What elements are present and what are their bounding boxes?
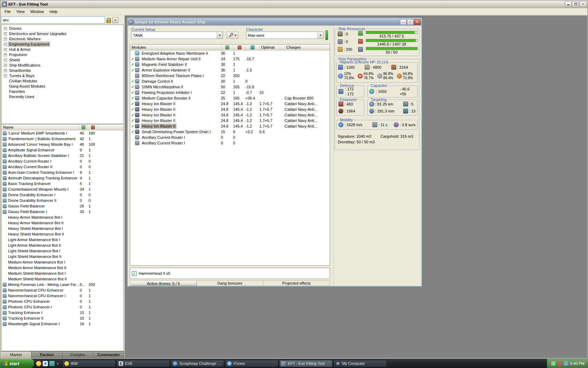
list-item[interactable]: Ancillary Current Router I 0 0	[2, 158, 123, 164]
sidebar-tab[interactable]: Commander	[93, 352, 124, 358]
expand-icon[interactable]	[4, 48, 7, 51]
taskbar-button[interactable]: Scrapheap Challenge ...	[171, 360, 224, 367]
tree-item[interactable]: Gang Assist Modules	[3, 84, 123, 89]
tray-icon[interactable]	[551, 361, 555, 366]
setup-combo-arrow[interactable]	[217, 32, 223, 39]
item-list-header[interactable]: Name	[2, 124, 123, 130]
character-combo-arrow[interactable]	[317, 32, 323, 39]
list-item[interactable]: Light Armor Maintenance Bot I	[2, 237, 123, 243]
media-quicklaunch-icon[interactable]	[49, 361, 55, 366]
list-item[interactable]: Light Shield Maintenance Bot II	[2, 254, 123, 259]
list-item[interactable]: Amplitude Signal Enhancer 9 1	[2, 147, 123, 153]
setup-minimize-button[interactable]: –	[400, 19, 406, 25]
list-item[interactable]: Tracking Enhancer I 10 1	[2, 310, 123, 315]
tree-item[interactable]: Electronics and Sensor Upgrades	[3, 31, 123, 36]
setup-maximize-button[interactable]: □	[407, 19, 413, 25]
sidebar-tab[interactable]: Faction	[31, 352, 62, 358]
quicklaunch-overflow-icon[interactable]: »	[56, 361, 59, 366]
setup-titlebar[interactable]: Setups for Deimos Heavy Assault Ship – □…	[128, 18, 421, 26]
expand-icon[interactable]	[4, 53, 7, 56]
minimize-button[interactable]	[565, 1, 572, 7]
setup-close-button[interactable]: ×	[414, 19, 420, 25]
menu-item[interactable]: Help	[47, 9, 61, 14]
expand-icon[interactable]	[4, 74, 7, 77]
drone-checkbox[interactable]	[132, 271, 136, 276]
list-item[interactable]: Heavy Shield Maintenance Bot II	[2, 231, 123, 237]
active-drones-button[interactable]: Active drones: 5 / 5	[130, 281, 197, 286]
module-row[interactable]: Ancillary Current Router I 0 0	[130, 135, 330, 140]
list-item[interactable]: 'Lance' Medium EMP Smartbomb I 40 180	[2, 130, 123, 136]
list-item[interactable]: Medium Shield Maintenance Bot II	[2, 276, 123, 282]
list-item[interactable]: Counterbalanced Weapon Mounts I 34 1	[2, 186, 123, 192]
taskbar-button[interactable]: EFT - Eve Fitting Tool	[279, 360, 332, 367]
module-row[interactable]: Damage Control II 30 1 0	[130, 79, 330, 84]
expand-icon[interactable]	[4, 43, 7, 46]
projected-effects-tab[interactable]: Projected effects	[263, 281, 330, 286]
tree-item[interactable]: Electronic Warfare	[3, 36, 123, 42]
tray-icon[interactable]	[564, 361, 568, 366]
tray-icon[interactable]	[558, 361, 562, 366]
setup-combo[interactable]: TANK	[131, 32, 223, 39]
tree-item[interactable]: Propulsion	[3, 52, 123, 57]
internet-explorer-icon[interactable]	[43, 361, 48, 366]
module-row[interactable]: Heavy Ion Blaster II 24.8 145.4 -1.2 1.7…	[130, 107, 330, 112]
taskbar-button[interactable]: EVE	[117, 360, 170, 367]
list-item[interactable]: Gauss Field Balancer I 33 1	[2, 209, 123, 214]
list-item[interactable]: Mining Foreman Link - Mining Laser Field…	[2, 282, 123, 287]
module-row[interactable]: Heavy Ion Blaster II 24.8 145.4 -1.2 1.7…	[130, 112, 330, 118]
list-item[interactable]: Heavy Armor Maintenance Bot I	[2, 214, 123, 220]
taskbar-button[interactable]: AIM	[62, 360, 115, 367]
list-item[interactable]: Ancillary Current Router II 0 0	[2, 164, 123, 170]
taskbar-button[interactable]: iTunes	[225, 360, 278, 367]
setup-tools-button[interactable]	[226, 32, 238, 39]
list-item[interactable]: Azimuth Descaloping Tracking Enhancer 4 …	[2, 175, 123, 181]
aim-quicklaunch-icon[interactable]	[36, 361, 41, 366]
start-button[interactable]: start	[0, 359, 34, 368]
list-item[interactable]: Light Armor Maintenance Bot II	[2, 243, 123, 248]
gang-bonuses-tab[interactable]: Gang bonuses	[197, 281, 263, 286]
list-item[interactable]: Heavy Armor Maintenance Bot II	[2, 220, 123, 226]
modules-header[interactable]: Modules Optimal Charges	[130, 45, 330, 50]
menu-item[interactable]: File	[2, 9, 14, 14]
tree-item[interactable]: Hull & Armor	[3, 47, 123, 52]
lock-icon[interactable]	[106, 18, 111, 22]
list-item[interactable]: Heavy Shield Maintenance Bot I	[2, 226, 123, 231]
module-row[interactable]: Medium Nano Armor Repair Unit II 24 175 …	[130, 56, 330, 62]
module-row[interactable]: Magnetic Field Stabilizer II 30 1	[130, 62, 330, 67]
list-item[interactable]: Drone Durability Enhancer II 0 0	[2, 198, 123, 203]
list-item[interactable]: Basic Tracking Enhancer 5 1	[2, 181, 123, 186]
tree-item[interactable]: Turrets & Bays	[3, 73, 123, 79]
list-item[interactable]: Tracking Enhancer II 15 1	[2, 315, 123, 321]
module-row[interactable]: Heavy Ion Blaster II 24.8 145.4 -1.2 1.7…	[130, 101, 330, 107]
module-row[interactable]: Heavy Ion Blaster II 24.8 145.4 -1.2 1.7…	[130, 118, 330, 123]
restore-button[interactable]	[572, 1, 579, 7]
module-row[interactable]: Heavy Ion Blaster II 24.8 145.4 -1.2 1.7…	[130, 123, 330, 129]
close-button[interactable]: ×	[580, 1, 586, 7]
module-row[interactable]: 800mm Reinforced Titanium Plates I 22 20…	[130, 73, 330, 79]
menu-item[interactable]: Window	[27, 9, 47, 14]
menu-item[interactable]: View	[14, 9, 28, 14]
module-row[interactable]: Armor Explosive Hardener II 36 1 -1.5	[130, 67, 330, 73]
expand-icon[interactable]	[4, 38, 7, 41]
list-item[interactable]: Drone Durability Enhancer I 0 0	[2, 192, 123, 198]
tree-item[interactable]: Shield	[3, 57, 123, 63]
expand-icon[interactable]	[4, 69, 7, 72]
tree-item[interactable]: Recently Used	[3, 94, 123, 100]
sidebar-tab[interactable]: Complex	[63, 352, 93, 358]
expand-icon[interactable]	[4, 27, 7, 30]
tree-item[interactable]: Favorites	[3, 89, 123, 94]
main-titlebar[interactable]: EFT - Eve Fitting Tool ×	[0, 0, 588, 8]
module-row[interactable]: Small Diminishing Power System Drain I 1…	[130, 129, 330, 135]
list-item[interactable]: Ancillary Ballistic Screen Stabilizer I …	[2, 153, 123, 158]
module-row[interactable]: Medium Capacitor Booster II 25 165 +36.4…	[130, 95, 330, 101]
list-item[interactable]: Gauss Field Balancer 26 1	[2, 203, 123, 209]
module-row[interactable]: Fleeting Propulsion Inhibitor I 22 1 -0.…	[130, 90, 330, 95]
list-item[interactable]: Photonic CPU Enhancer 0 1	[2, 299, 123, 304]
panel-close-button[interactable]: ×	[112, 17, 118, 23]
module-row[interactable]: Ancillary Current Router I 0 0	[130, 140, 330, 146]
list-item[interactable]: Medium Armor Maintenance Bot II	[2, 265, 123, 271]
tree-item[interactable]: Drones	[3, 26, 123, 31]
list-item[interactable]: Medium Armor Maintenance Bot I	[2, 259, 123, 265]
expand-icon[interactable]	[4, 64, 7, 67]
search-input[interactable]	[1, 16, 105, 23]
